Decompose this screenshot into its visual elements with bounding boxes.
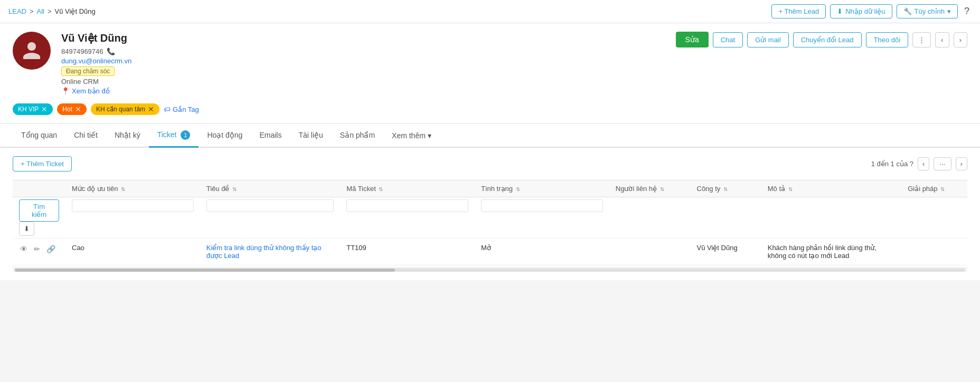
view-button[interactable]: 👁 [19, 244, 29, 254]
tab-ticket[interactable]: Ticket 1 [149, 124, 199, 148]
tab-san-pham[interactable]: Sản phẩm [332, 125, 383, 147]
next-page-button[interactable]: › [956, 157, 967, 170]
filter-icon: ⬇ [24, 225, 30, 233]
col-actions [13, 180, 65, 197]
topbar: LEAD > All > Vũ Việt Dũng + Thêm Lead ⬇ … [0, 0, 980, 23]
cell-title[interactable]: Kiểm tra link dùng thử không thấy tạo đư… [200, 238, 340, 265]
search-button[interactable]: Tìm kiếm [19, 199, 59, 222]
scrollbar-thumb [15, 269, 395, 272]
more-pages-button[interactable]: ··· [934, 157, 951, 170]
filter-icon-button[interactable]: ⬇ [19, 222, 34, 236]
breadcrumb-all[interactable]: All [37, 7, 44, 15]
sort-icon: ⇅ [232, 186, 237, 192]
prev-record-button[interactable]: ‹ [935, 32, 949, 47]
filter-solution-cell [901, 197, 967, 238]
ticket-toolbar: + Thêm Ticket 1 đến 1 của ? ‹ ··· › [13, 156, 967, 171]
tag-remove-kh-can-quan-tam[interactable]: ✕ [148, 105, 154, 113]
breadcrumb-lead[interactable]: LEAD [8, 7, 26, 15]
map-link[interactable]: 📍 Xem bản đồ [61, 87, 665, 95]
col-ticket-code: Mã Ticket ⇅ [340, 180, 475, 197]
more-actions-button[interactable]: ⋮ [912, 32, 931, 47]
breadcrumb-current: Vũ Việt Dũng [55, 7, 96, 15]
cell-status: Mở [475, 238, 609, 265]
tag-hot: Hot ✕ [57, 103, 87, 115]
convert-lead-button[interactable]: Chuyển đổi Lead [793, 32, 862, 47]
filter-title-input[interactable] [206, 199, 334, 212]
profile-card: Vũ Việt Dũng 84974969746 📞 dung.vu@onlin… [0, 23, 980, 124]
follow-button[interactable]: Theo dõi [866, 32, 909, 47]
tab-emails[interactable]: Emails [251, 125, 290, 147]
add-lead-button[interactable]: + Thêm Lead [771, 4, 826, 18]
ticket-table: Mức độ ưu tiên ⇅ Tiêu đề ⇅ Mã Ticket ⇅ T… [13, 180, 967, 265]
row-actions-cell: 👁 ✏ 🔗 [13, 238, 65, 265]
ticket-badge: 1 [181, 130, 190, 140]
table-row: 👁 ✏ 🔗 Cao Kiểm tra link dùng thử không t… [13, 238, 967, 265]
location-icon: 📍 [61, 87, 70, 95]
tab-chi-tiet[interactable]: Chi tiết [65, 125, 106, 147]
tab-xem-them[interactable]: Xem thêm ▾ [383, 125, 440, 146]
tab-hoat-dong[interactable]: Hoạt động [199, 125, 251, 147]
next-record-button[interactable]: › [954, 32, 967, 47]
add-tag-button[interactable]: 🏷 Gắn Tag [164, 106, 199, 113]
tag-kh-vip: KH VIP ✕ [13, 103, 53, 115]
filter-actions-cell: Tìm kiếm ⬇ [13, 197, 65, 238]
filter-title-cell [200, 197, 340, 238]
user-icon [21, 40, 42, 61]
col-priority: Mức độ ưu tiên ⇅ [65, 180, 200, 197]
prev-page-button[interactable]: ‹ [918, 157, 929, 170]
filter-priority-cell [65, 197, 200, 238]
filter-company-cell [691, 197, 761, 238]
add-ticket-button[interactable]: + Thêm Ticket [13, 156, 72, 171]
cell-solution [901, 238, 967, 265]
cell-company: Vũ Việt Dũng [691, 238, 761, 265]
profile-name: Vũ Việt Dũng [61, 32, 665, 44]
profile-actions: Sửa Chat Gửi mail Chuyển đổi Lead Theo d… [676, 32, 967, 47]
scrollbar-track [15, 269, 965, 272]
filter-status-cell [475, 197, 609, 238]
tag-label: KH VIP [18, 106, 39, 113]
edit-row-button[interactable]: ✏ [33, 244, 41, 254]
breadcrumb-sep2: > [48, 7, 52, 15]
topbar-actions: + Thêm Lead ⬇ Nhập dữ liệu 🔧 Tùy chỉnh ▾… [771, 4, 972, 19]
filter-code-input[interactable] [346, 199, 468, 212]
horizontal-scrollbar[interactable] [13, 268, 967, 272]
phone-icon: 📞 [107, 47, 115, 55]
sort-icon: ⇅ [121, 186, 125, 192]
import-icon: ⬇ [837, 7, 843, 15]
tag-label: KH cần quan tâm [96, 106, 145, 113]
tab-tong-quan[interactable]: Tổng quan [13, 125, 65, 147]
filter-code-cell [340, 197, 475, 238]
send-mail-button[interactable]: Gửi mail [747, 32, 788, 47]
tab-tai-lieu[interactable]: Tài liệu [290, 125, 331, 147]
cell-ticket-code: TT109 [340, 238, 475, 265]
wrench-icon: 🔧 [903, 7, 912, 15]
chat-button[interactable]: Chat [713, 32, 743, 47]
help-button[interactable]: ? [962, 4, 972, 19]
sort-icon: ⇅ [788, 186, 793, 192]
tag-kh-can-quan-tam: KH cần quan tâm ✕ [91, 103, 159, 115]
filter-row: Tìm kiếm ⬇ [13, 197, 967, 238]
cell-contact [609, 238, 691, 265]
tag-remove-kh-vip[interactable]: ✕ [41, 105, 48, 113]
tab-nhat-ky[interactable]: Nhật ký [106, 125, 149, 147]
customize-button[interactable]: 🔧 Tùy chỉnh ▾ [897, 4, 958, 18]
profile-header: Vũ Việt Dũng 84974969746 📞 dung.vu@onlin… [13, 32, 967, 95]
filter-contact-cell [609, 197, 691, 238]
pagination: 1 đến 1 của ? ‹ ··· › [871, 157, 967, 170]
sort-icon: ⇅ [379, 186, 383, 192]
import-button[interactable]: ⬇ Nhập dữ liệu [830, 4, 892, 18]
col-company: Công ty ⇅ [691, 180, 761, 197]
profile-email[interactable]: dung.vu@onlinecrm.vn [61, 57, 665, 65]
profile-info: Vũ Việt Dũng 84974969746 📞 dung.vu@onlin… [61, 32, 665, 95]
row-actions: 👁 ✏ 🔗 [19, 244, 59, 254]
delete-button[interactable]: 🔗 [45, 244, 56, 254]
profile-phone: 84974969746 📞 [61, 47, 665, 55]
filter-status-input[interactable] [481, 199, 603, 212]
tag-remove-hot[interactable]: ✕ [75, 105, 81, 113]
edit-button[interactable]: Sửa [676, 32, 709, 47]
breadcrumb-sep1: > [30, 7, 34, 15]
filter-priority-input[interactable] [72, 199, 194, 212]
sort-icon: ⇅ [723, 186, 728, 192]
ticket-content: + Thêm Ticket 1 đến 1 của ? ‹ ··· › Mức … [0, 148, 980, 280]
col-description: Mô tả ⇅ [761, 180, 901, 197]
